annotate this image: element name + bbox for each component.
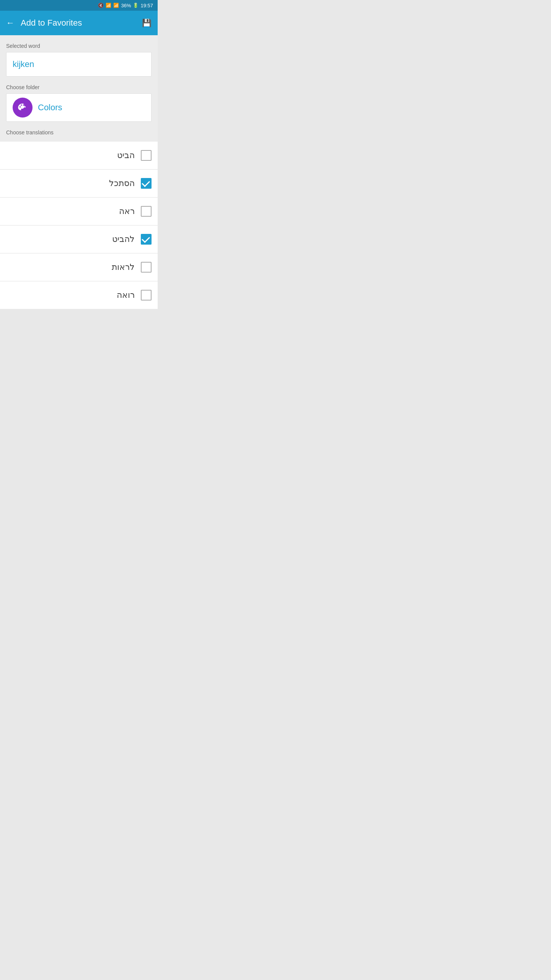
translation-text: הביט: [117, 150, 135, 160]
translation-checkbox[interactable]: [141, 234, 152, 245]
translation-text: לראות: [112, 262, 135, 272]
translation-item[interactable]: לראות: [0, 253, 158, 281]
translation-text: להביט: [112, 234, 135, 244]
choose-folder-label: Choose folder: [6, 84, 152, 90]
translation-checkbox[interactable]: [141, 290, 152, 301]
clock: 19:57: [140, 3, 153, 8]
translation-checkbox[interactable]: [141, 178, 152, 189]
status-icons: 🔇 📶 📶 36% 🔋 19:57: [98, 3, 153, 8]
translation-item[interactable]: להביט: [0, 225, 158, 253]
translation-text: הסתכל: [109, 178, 135, 188]
choose-translations-label: Choose translations: [6, 129, 152, 142]
translation-checkbox[interactable]: [141, 150, 152, 161]
back-button[interactable]: ←: [6, 18, 15, 28]
save-button[interactable]: 💾: [142, 18, 152, 28]
palette-icon: [17, 102, 28, 113]
translation-item[interactable]: הביט: [0, 142, 158, 170]
page-title: Add to Favorites: [21, 18, 82, 28]
folder-selector[interactable]: Colors: [6, 93, 152, 122]
translations-list: הביטהסתכלראהלהביטלראותרואה: [0, 142, 158, 309]
selected-word-value: kijken: [13, 59, 34, 69]
translation-item[interactable]: רואה: [0, 281, 158, 309]
app-bar: ← Add to Favorites 💾: [0, 11, 158, 35]
selected-word-box: kijken: [6, 52, 152, 77]
app-bar-left: ← Add to Favorites: [6, 18, 82, 28]
translation-checkbox[interactable]: [141, 262, 152, 273]
wifi-icon: 📶: [106, 3, 111, 8]
battery-level: 36%: [121, 3, 131, 8]
translation-checkbox[interactable]: [141, 206, 152, 217]
folder-icon: [13, 98, 33, 118]
mute-icon: 🔇: [98, 3, 104, 8]
translation-item[interactable]: הסתכל: [0, 170, 158, 198]
battery-icon: 🔋: [133, 3, 139, 8]
content-area: Selected word kijken Choose folder Color…: [0, 35, 158, 142]
signal-icon: 📶: [113, 3, 119, 8]
translation-item[interactable]: ראה: [0, 198, 158, 225]
translation-text: ראה: [119, 206, 135, 216]
selected-word-label: Selected word: [6, 43, 152, 49]
translation-text: רואה: [117, 290, 135, 300]
folder-name: Colors: [38, 103, 62, 113]
status-bar: 🔇 📶 📶 36% 🔋 19:57: [0, 0, 158, 11]
